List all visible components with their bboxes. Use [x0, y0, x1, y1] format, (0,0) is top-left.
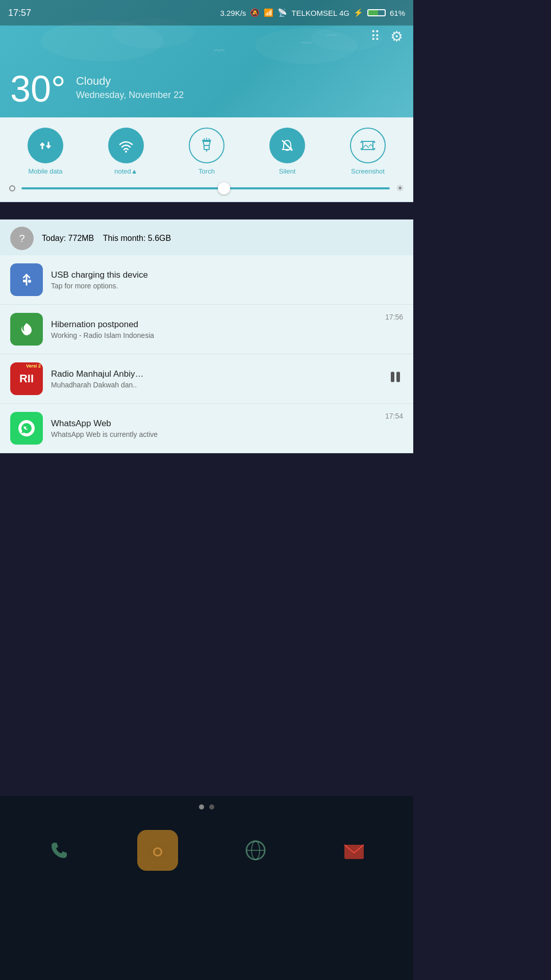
silent-label: Silent [279, 167, 296, 175]
battery-bar [367, 9, 386, 16]
dock-icons [0, 810, 413, 881]
radio-icon: Versi 2 RII [10, 362, 43, 395]
network-speed: 3.29K/s [220, 9, 246, 17]
screenshot-label: Screenshot [351, 167, 385, 175]
whatsapp-title: WhatsApp Web [51, 419, 403, 429]
alarm-icon: 🔕 [250, 8, 260, 17]
page-dot-2 [209, 804, 214, 810]
svg-marker-6 [203, 141, 210, 145]
status-time: 17:57 [8, 8, 31, 18]
toggle-wifi[interactable]: noted▲ [108, 128, 144, 175]
page-dots [0, 796, 413, 810]
grid-icon[interactable]: ⠿ [370, 29, 380, 44]
notification-radio[interactable]: Versi 2 RII Radio Manhajul Anbiy… Muhadh… [0, 354, 413, 404]
carrier-label: TELKOMSEL 4G [291, 9, 349, 17]
torch-circle [189, 128, 224, 163]
usb-subtitle: Tap for more options. [51, 282, 403, 290]
dock-camera[interactable] [137, 830, 178, 871]
mobile-data-label: Mobile data [28, 167, 62, 175]
svg-point-4 [125, 151, 127, 153]
toggle-screenshot[interactable]: Screenshot [350, 128, 386, 175]
weather-actions: ⠿ ⚙ [370, 28, 403, 45]
quick-settings-panel: Mobile data noted▲ [0, 117, 413, 202]
radio-content: Radio Manhajul Anbiy… Muhadharah Dakwah … [51, 369, 403, 389]
svg-point-36 [155, 849, 161, 855]
bottom-area [0, 796, 413, 980]
torch-label: Torch [198, 167, 215, 175]
hibernate-time: 17:56 [385, 313, 403, 321]
data-usage-text: Today: 772MB This month: 5.6GB [42, 234, 171, 243]
usb-icon [10, 263, 43, 296]
data-month: This month: 5.6GB [103, 234, 171, 242]
brightness-high-icon: ☀ [396, 183, 404, 194]
svg-line-15 [366, 145, 369, 148]
hibernate-icon [10, 313, 43, 346]
whatsapp-subtitle: WhatsApp Web is currently active [51, 430, 403, 438]
quick-toggles: Mobile data noted▲ [5, 128, 408, 175]
weather-date: Wednesday, November 22 [76, 90, 184, 101]
wifi-circle [108, 128, 144, 163]
toggle-mobile-data[interactable]: Mobile data [28, 128, 63, 175]
mobile-data-circle [28, 128, 63, 163]
hibernate-content: Hibernation postponed Working - Radio Is… [51, 320, 403, 339]
wifi-icon: 📶 [264, 8, 273, 17]
svg-point-30 [28, 280, 31, 283]
whatsapp-icon [10, 412, 43, 445]
svg-rect-5 [204, 145, 209, 150]
charging-icon: ⚡ [354, 8, 363, 17]
whatsapp-time: 17:54 [385, 412, 403, 420]
toggle-torch[interactable]: Torch [189, 128, 224, 175]
battery-percent: 61% [390, 9, 405, 17]
radio-subtitle: Muhadharah Dakwah dan.. [51, 381, 403, 389]
brightness-low-icon [9, 185, 15, 191]
usb-content: USB charging this device Tap for more op… [51, 270, 403, 290]
notification-whatsapp[interactable]: WhatsApp Web WhatsApp Web is currently a… [0, 404, 413, 453]
hibernate-subtitle: Working - Radio Islam Indonesia [51, 331, 403, 339]
wifi-label: noted▲ [114, 167, 137, 175]
svg-rect-29 [23, 280, 26, 282]
whatsapp-content: WhatsApp Web WhatsApp Web is currently a… [51, 419, 403, 438]
pause-button[interactable] [388, 370, 403, 388]
status-bar: 17:57 3.29K/s 🔕 📶 📡 TELKOMSEL 4G ⚡ 61% [0, 0, 413, 26]
svg-rect-31 [391, 372, 394, 382]
data-usage-icon: ? [10, 227, 34, 250]
status-right-icons: 3.29K/s 🔕 📶 📡 TELKOMSEL 4G ⚡ 61% [220, 8, 405, 17]
weather-info: Cloudy Wednesday, November 22 [76, 70, 184, 101]
hibernate-title: Hibernation postponed [51, 320, 403, 330]
dock-phone[interactable] [39, 830, 80, 871]
screenshot-circle [350, 128, 386, 163]
notification-usb[interactable]: USB charging this device Tap for more op… [0, 255, 413, 305]
data-usage-row: ? Today: 772MB This month: 5.6GB [0, 219, 413, 258]
svg-line-16 [369, 144, 371, 146]
weather-condition: Cloudy [76, 75, 184, 88]
svg-rect-32 [396, 372, 400, 382]
silent-circle [269, 128, 305, 163]
brightness-slider[interactable] [21, 187, 390, 189]
usb-title: USB charging this device [51, 270, 403, 280]
notifications-panel: USB charging this device Tap for more op… [0, 255, 413, 453]
signal-icon: 📡 [278, 8, 287, 17]
toggle-silent[interactable]: Silent [269, 128, 305, 175]
dock-browser[interactable] [235, 830, 276, 871]
brightness-row: ☀ [5, 183, 408, 194]
brightness-thumb[interactable] [218, 182, 230, 194]
page-dot-1 [199, 804, 204, 810]
svg-rect-37 [154, 843, 159, 846]
dock-gmail[interactable] [334, 830, 374, 871]
notification-hibernate[interactable]: Hibernation postponed Working - Radio Is… [0, 305, 413, 354]
radio-title: Radio Manhajul Anbiy… [51, 369, 403, 379]
data-today: Today: 772MB [42, 234, 94, 242]
settings-icon[interactable]: ⚙ [390, 28, 403, 45]
